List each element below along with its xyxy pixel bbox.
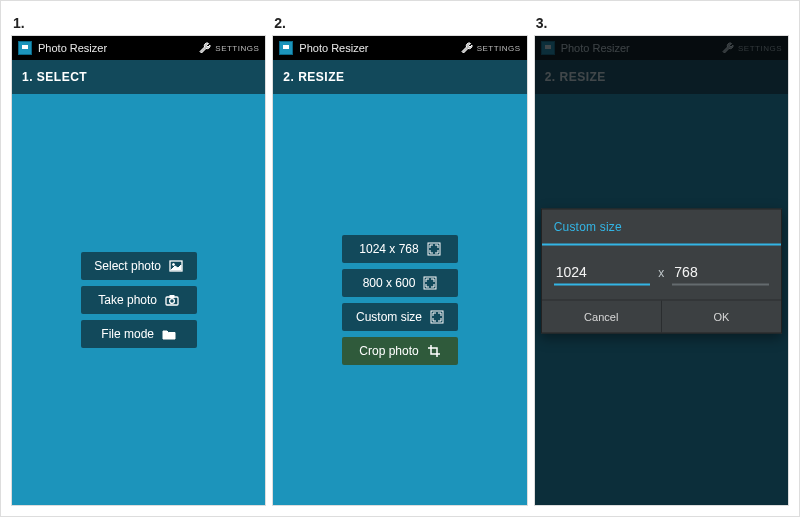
crop-photo-button[interactable]: Crop photo: [342, 337, 458, 365]
file-mode-button[interactable]: File mode: [81, 320, 197, 348]
image-icon: [169, 259, 183, 273]
app-title: Photo Resizer: [38, 42, 198, 54]
panel-3: 3. Photo Resizer SETTINGS 2. RESIZE Cust…: [534, 11, 789, 506]
folder-icon: [162, 327, 176, 341]
panel-number: 3.: [534, 11, 789, 35]
custom-size-button[interactable]: Custom size: [342, 303, 458, 331]
step-header: 2. RESIZE: [273, 60, 526, 94]
settings-button[interactable]: SETTINGS: [198, 41, 259, 55]
screenshot: Photo Resizer SETTINGS 2. RESIZE 1024 x …: [272, 35, 527, 506]
app-title: Photo Resizer: [299, 42, 459, 54]
expand-icon: [427, 242, 441, 256]
screenshot: Photo Resizer SETTINGS 2. RESIZE Custom …: [534, 35, 789, 506]
height-input[interactable]: 768: [672, 259, 769, 285]
app-logo-icon: [279, 41, 293, 55]
ok-button[interactable]: OK: [661, 300, 781, 332]
step-header: 1. SELECT: [12, 60, 265, 94]
expand-icon: [430, 310, 444, 324]
content-area: 1024 x 768 800 x 600 Custom size Crop ph…: [273, 94, 526, 505]
expand-icon: [423, 276, 437, 290]
wrench-icon: [198, 41, 212, 55]
app-topbar: Photo Resizer SETTINGS: [273, 36, 526, 60]
panel-1: 1. Photo Resizer SETTINGS 1. SELECT Sele…: [11, 11, 266, 506]
size-800x600-button[interactable]: 800 x 600: [342, 269, 458, 297]
take-photo-button[interactable]: Take photo: [81, 286, 197, 314]
cancel-button[interactable]: Cancel: [542, 300, 661, 332]
select-photo-button[interactable]: Select photo: [81, 252, 197, 280]
crop-icon: [427, 344, 441, 358]
width-input[interactable]: 1024: [554, 259, 651, 285]
custom-size-dialog: Custom size 1024 x 768 Cancel OK: [541, 208, 782, 333]
dialog-title: Custom size: [542, 209, 781, 245]
settings-button[interactable]: SETTINGS: [460, 41, 521, 55]
panel-number: 1.: [11, 11, 266, 35]
size-1024x768-button[interactable]: 1024 x 768: [342, 235, 458, 263]
panel-number: 2.: [272, 11, 527, 35]
panel-2: 2. Photo Resizer SETTINGS 2. RESIZE 1024…: [272, 11, 527, 506]
content-area: Select photo Take photo File mode: [12, 94, 265, 505]
camera-icon: [165, 293, 179, 307]
screenshot: Photo Resizer SETTINGS 1. SELECT Select …: [11, 35, 266, 506]
app-topbar: Photo Resizer SETTINGS: [12, 36, 265, 60]
dimension-separator: x: [658, 265, 664, 279]
app-logo-icon: [18, 41, 32, 55]
wrench-icon: [460, 41, 474, 55]
